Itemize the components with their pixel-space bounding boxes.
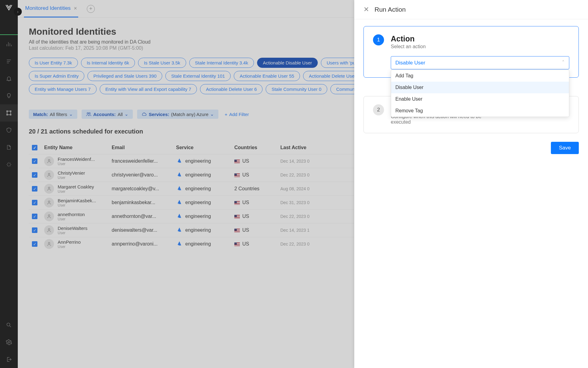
close-icon[interactable]: ✕ — [363, 6, 369, 14]
step-1-subtitle: Select an action — [391, 44, 426, 49]
chevron-up-icon: ˄ — [562, 60, 565, 66]
action-select-wrapper: Disable User ˄ Add TagDisable UserEnable… — [391, 56, 569, 69]
dropdown-option[interactable]: Disable User — [391, 82, 569, 93]
action-select-value: Disable User — [395, 60, 425, 66]
panel-header: ✕ Run Action — [354, 0, 588, 19]
dropdown-option[interactable]: Add Tag — [391, 70, 569, 82]
step-2-number: 2 — [373, 104, 384, 115]
action-select[interactable]: Disable User ˄ — [391, 56, 569, 69]
save-button[interactable]: Save — [551, 142, 579, 154]
run-action-panel: ✕ Run Action 1 Action Select an action D… — [354, 0, 588, 368]
step-1-title: Action — [391, 34, 426, 43]
step-action-card: 1 Action Select an action Disable User ˄… — [363, 26, 579, 78]
panel-title: Run Action — [375, 6, 406, 13]
step-1-number: 1 — [373, 34, 384, 45]
dropdown-option[interactable]: Enable User — [391, 93, 569, 105]
action-dropdown: Add TagDisable UserEnable UserRemove Tag — [391, 70, 569, 117]
modal-scrim — [0, 0, 354, 368]
dropdown-option[interactable]: Remove Tag — [391, 105, 569, 117]
